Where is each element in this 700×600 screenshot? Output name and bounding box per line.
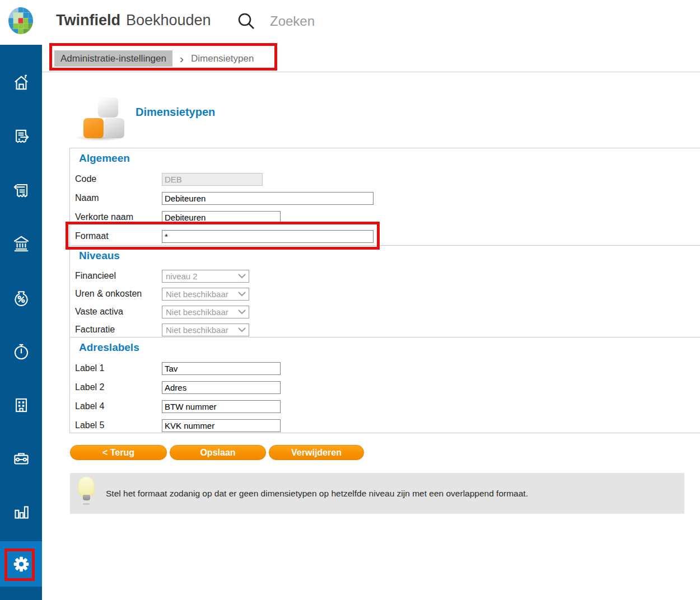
sidebar-item-bank[interactable] — [0, 217, 42, 271]
search-icon — [236, 11, 256, 32]
breadcrumb: Administratie-instellingen › Dimensietyp… — [54, 50, 254, 67]
verkorte-naam-label: Verkorte naam — [75, 212, 162, 222]
vaste-activa-label: Vaste activa — [75, 307, 162, 317]
sidebar-item-sales-invoices[interactable] — [0, 110, 42, 163]
chevron-down-icon — [238, 327, 246, 332]
uren-onkosten-select-value: Niet beschikbaar — [166, 289, 228, 299]
chevron-down-icon — [238, 292, 246, 296]
info-box: Stel het formaat zodanig op dat er geen … — [70, 473, 684, 514]
section-heading-adreslabels: Adreslabels — [79, 341, 700, 354]
sidebar-item-purchase-invoices[interactable] — [0, 163, 42, 217]
sidebar-item-vat[interactable] — [0, 271, 42, 325]
label4-label: Label 4 — [75, 401, 162, 411]
label5-label: Label 5 — [75, 420, 162, 430]
breadcrumb-item-administratie-instellingen[interactable]: Administratie-instellingen — [54, 50, 172, 67]
label4-input[interactable] — [162, 400, 281, 413]
breadcrumb-separator-icon: › — [180, 50, 184, 67]
info-text: Stel het formaat zodanig op dat er geen … — [106, 473, 542, 514]
verkorte-naam-input[interactable] — [162, 211, 281, 224]
field-row-label4: Label 4 — [70, 397, 700, 416]
toolbox-icon — [11, 448, 32, 470]
facturatie-select: Niet beschikbaar — [162, 324, 249, 336]
sidebar — [0, 45, 42, 600]
code-input — [162, 173, 263, 186]
field-row-uren-onkosten: Uren & onkosten Niet beschikbaar — [70, 285, 700, 303]
purchase-invoice-icon — [11, 180, 32, 201]
financieel-select: niveau 2 — [162, 270, 249, 283]
field-row-verkorte-naam: Verkorte naam — [70, 208, 700, 227]
vaste-activa-select-value: Niet beschikbaar — [166, 307, 228, 317]
label2-input[interactable] — [162, 381, 281, 394]
facturatie-select-value: Niet beschikbaar — [166, 325, 228, 335]
save-button[interactable]: Opslaan — [170, 445, 266, 460]
field-row-code: Code — [70, 170, 700, 189]
formaat-label: Formaat — [75, 231, 162, 241]
dimensietypen-blocks-icon — [74, 93, 126, 142]
uren-onkosten-label: Uren & onkosten — [75, 289, 162, 299]
section-heading-niveaus: Niveaus — [79, 250, 700, 262]
label2-label: Label 2 — [75, 382, 162, 392]
sales-invoice-icon — [11, 126, 32, 147]
brand-primary: Twinfield — [56, 12, 120, 29]
percent-moneybag-icon — [11, 287, 32, 308]
section-algemeen: Algemeen Code Naam Verkorte naam Formaat — [69, 148, 700, 245]
global-search[interactable]: Zoeken — [236, 11, 315, 32]
home-icon — [11, 72, 32, 93]
uren-onkosten-select: Niet beschikbaar — [162, 288, 249, 301]
lightbulb-icon — [78, 476, 97, 510]
app-brand: Twinfield Boekhouden — [56, 12, 211, 29]
financieel-label: Financieel — [75, 271, 162, 281]
page-title: Dimensietypen — [136, 106, 215, 119]
stopwatch-icon — [11, 341, 32, 362]
app-root: Twinfield Boekhouden Zoeken — [0, 0, 700, 600]
label5-input[interactable] — [162, 419, 281, 432]
code-label: Code — [75, 174, 162, 184]
field-row-label5: Label 5 — [70, 416, 700, 435]
section-heading-algemeen: Algemeen — [79, 152, 700, 165]
sidebar-item-home[interactable] — [0, 56, 42, 110]
chevron-down-icon — [238, 310, 246, 314]
label1-input[interactable] — [162, 362, 281, 375]
sidebar-item-toolbox[interactable] — [0, 432, 42, 486]
naam-input[interactable] — [162, 192, 374, 205]
back-button[interactable]: < Terug — [70, 445, 167, 460]
formaat-input[interactable] — [162, 230, 374, 243]
chevron-down-icon — [238, 274, 246, 278]
building-icon — [11, 395, 32, 416]
field-row-vaste-activa: Vaste activa Niet beschikbaar — [70, 303, 700, 321]
facturatie-label: Facturatie — [75, 325, 162, 335]
naam-label: Naam — [75, 193, 162, 203]
field-row-label1: Label 1 — [70, 359, 700, 378]
field-row-facturatie: Facturatie Niet beschikbaar — [70, 321, 700, 339]
twinfield-logo[interactable] — [8, 7, 33, 34]
sidebar-item-hours[interactable] — [0, 325, 42, 378]
field-row-formaat: Formaat — [70, 227, 700, 246]
brand-secondary: Boekhouden — [126, 12, 211, 29]
bar-chart-icon — [11, 502, 32, 523]
delete-button[interactable]: Verwijderen — [269, 445, 364, 460]
gear-icon — [10, 553, 32, 575]
logo-mosaic-icon — [8, 7, 33, 34]
financieel-select-value: niveau 2 — [166, 271, 198, 281]
field-row-financieel: Financieel niveau 2 — [70, 267, 700, 285]
field-row-label2: Label 2 — [70, 378, 700, 397]
action-buttons: < Terug Opslaan Verwijderen — [70, 445, 364, 460]
bank-icon — [11, 233, 32, 255]
vaste-activa-select: Niet beschikbaar — [162, 306, 249, 318]
label1-label: Label 1 — [75, 363, 162, 373]
search-placeholder: Zoeken — [270, 13, 315, 29]
top-header: Twinfield Boekhouden Zoeken — [0, 0, 700, 45]
breadcrumb-item-dimensietypen: Dimensietypen — [191, 53, 254, 64]
section-adreslabels: Adreslabels Label 1 Label 2 Label 4 Labe… — [69, 337, 700, 433]
sidebar-item-fixed-assets[interactable] — [0, 378, 42, 432]
sidebar-item-settings[interactable] — [0, 541, 42, 587]
section-niveaus: Niveaus Financieel niveau 2 Uren & onkos… — [69, 245, 700, 337]
sidebar-item-reports[interactable] — [0, 486, 42, 540]
breadcrumb-bar: Administratie-instellingen › Dimensietyp… — [42, 45, 700, 72]
field-row-naam: Naam — [70, 189, 700, 208]
